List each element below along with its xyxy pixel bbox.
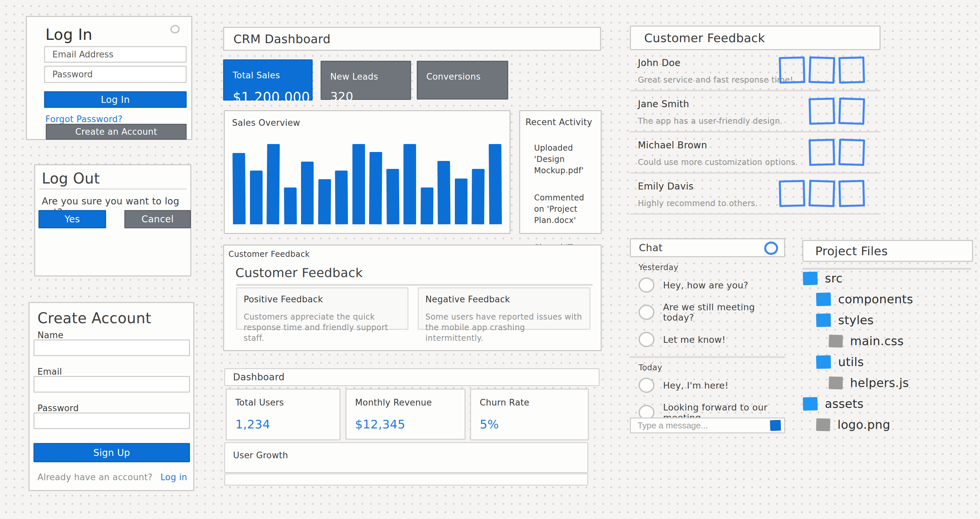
file-tree-item[interactable]: components bbox=[816, 292, 975, 306]
file-tree-item[interactable]: src bbox=[803, 271, 975, 285]
logout-title: Log Out bbox=[42, 170, 100, 187]
file-tree-item[interactable]: styles bbox=[816, 313, 975, 327]
rating-squares bbox=[809, 139, 865, 166]
forgot-password-link[interactable]: Forgot Password? bbox=[45, 114, 123, 124]
stat-label: Total Users bbox=[235, 398, 339, 407]
file-name: utils bbox=[838, 355, 864, 369]
email-input[interactable] bbox=[44, 46, 187, 63]
folder-icon bbox=[816, 355, 831, 369]
project-files-title: Project Files bbox=[815, 244, 888, 258]
review-row: John DoeGreat service and fast response … bbox=[630, 50, 881, 91]
yes-button[interactable]: Yes bbox=[38, 210, 106, 228]
bar bbox=[386, 169, 399, 224]
login-title: Log In bbox=[45, 26, 92, 43]
password-label: Password bbox=[37, 403, 79, 413]
name-input[interactable] bbox=[33, 340, 190, 356]
file-name: helpers.js bbox=[850, 376, 909, 390]
stat-label: Monthly Revenue bbox=[355, 398, 465, 407]
total-sales-card: Total Sales $1,200,000 bbox=[223, 59, 313, 101]
rating-square-icon bbox=[808, 56, 835, 84]
bar bbox=[472, 169, 485, 224]
sales-overview-panel: Sales Overview bbox=[224, 110, 511, 234]
name-label: Name bbox=[37, 330, 63, 340]
review-row: Jane SmithThe app has a user-friendly de… bbox=[630, 91, 881, 133]
circle-icon bbox=[170, 24, 180, 34]
avatar-icon bbox=[638, 331, 655, 348]
metric-label: New Leads bbox=[330, 72, 401, 81]
review-text: Highly recommend to others. bbox=[638, 199, 758, 208]
rating-square-icon bbox=[808, 180, 835, 207]
metric-value: $1,200,000 bbox=[233, 89, 303, 105]
bar bbox=[232, 153, 246, 224]
negative-feedback-box: Negative Feedback Some users have report… bbox=[418, 287, 590, 330]
send-button[interactable] bbox=[770, 420, 781, 431]
avatar-icon bbox=[638, 304, 655, 321]
bar bbox=[318, 179, 331, 224]
stat-label: Churn Rate bbox=[480, 398, 588, 407]
file-tree-item[interactable]: utils bbox=[816, 355, 975, 369]
create-account-button[interactable]: Create an Account bbox=[46, 124, 187, 140]
chat-message: Are we still meeting today? bbox=[638, 302, 785, 323]
login-link[interactable]: Log in bbox=[161, 472, 187, 482]
customer-feedback-panel: Customer Feedback Customer Feedback Posi… bbox=[223, 244, 602, 351]
review-row: Michael BrownCould use more customizatio… bbox=[630, 133, 881, 174]
metric-label: Conversions bbox=[426, 72, 499, 81]
have-account-row: Already have an account?Log in bbox=[37, 472, 187, 482]
rating-squares bbox=[809, 98, 865, 125]
password-input[interactable] bbox=[33, 412, 190, 429]
file-icon bbox=[816, 418, 830, 431]
file-tree-item[interactable]: helpers.js bbox=[829, 376, 975, 390]
file-icon bbox=[829, 376, 843, 389]
chat-message-input[interactable] bbox=[631, 418, 770, 433]
chat-messages: YesterdayHey, how are you?Are we still m… bbox=[630, 262, 785, 432]
file-name: src bbox=[825, 271, 843, 285]
login-button[interactable]: Log In bbox=[44, 91, 187, 108]
email-input[interactable] bbox=[33, 376, 190, 393]
rating-square-icon bbox=[838, 180, 865, 207]
file-name: logo.png bbox=[837, 418, 890, 431]
message-text: Hey, how are you? bbox=[663, 280, 748, 291]
activity-item: Uploaded 'Design Mockup.pdf' bbox=[534, 142, 595, 176]
project-files-header: Project Files bbox=[802, 240, 973, 262]
rating-square-icon bbox=[779, 56, 805, 84]
new-leads-card: New Leads 320 bbox=[321, 61, 411, 100]
positive-feedback-box: Positive Feedback Customers appreciate t… bbox=[236, 287, 409, 330]
divider bbox=[630, 356, 785, 358]
user-growth-title: User Growth bbox=[233, 450, 288, 460]
divider bbox=[39, 188, 187, 190]
rating-square-icon bbox=[838, 139, 865, 166]
metric-label: Total Sales bbox=[233, 70, 303, 80]
login-panel: Log In Log In Forgot Password? Create an… bbox=[26, 16, 192, 140]
reviews-title: Customer Feedback bbox=[644, 31, 765, 45]
file-tree-item[interactable]: logo.png bbox=[816, 418, 975, 431]
feedback-panel-label: Customer Feedback bbox=[228, 249, 310, 259]
sign-up-button[interactable]: Sign Up bbox=[33, 443, 190, 462]
folder-icon bbox=[816, 292, 831, 306]
bar bbox=[267, 144, 280, 224]
review-text: Great service and fast response time! bbox=[638, 75, 793, 85]
rating-square-icon bbox=[808, 139, 835, 166]
reviewer-name: Michael Brown bbox=[638, 140, 707, 151]
user-growth-panel: User Growth bbox=[224, 442, 588, 473]
folder-icon bbox=[803, 397, 818, 410]
total-users-card: Total Users 1,234 bbox=[226, 389, 340, 440]
cancel-button[interactable]: Cancel bbox=[124, 210, 191, 228]
avatar-icon bbox=[638, 277, 655, 293]
bar bbox=[335, 171, 348, 224]
sales-overview-title: Sales Overview bbox=[232, 118, 300, 128]
bar bbox=[455, 179, 468, 224]
review-text: Could use more customization options. bbox=[638, 158, 798, 167]
positive-feedback-text: Customers appreciate the quick response … bbox=[244, 311, 401, 343]
divider bbox=[802, 268, 971, 270]
chat-message: Hey, I'm here! bbox=[638, 378, 785, 393]
crm-dashboard-title: CRM Dashboard bbox=[233, 32, 331, 46]
file-tree-item[interactable]: assets bbox=[803, 397, 975, 410]
file-tree-item[interactable]: main.css bbox=[829, 334, 975, 348]
rating-square-icon bbox=[838, 97, 865, 125]
password-input[interactable] bbox=[44, 66, 187, 83]
file-name: styles bbox=[838, 313, 873, 327]
rating-square-icon bbox=[808, 97, 835, 125]
create-account-title: Create Account bbox=[37, 310, 151, 327]
message-text: Hey, I'm here! bbox=[663, 380, 729, 391]
stat-value: $12,345 bbox=[355, 417, 465, 431]
